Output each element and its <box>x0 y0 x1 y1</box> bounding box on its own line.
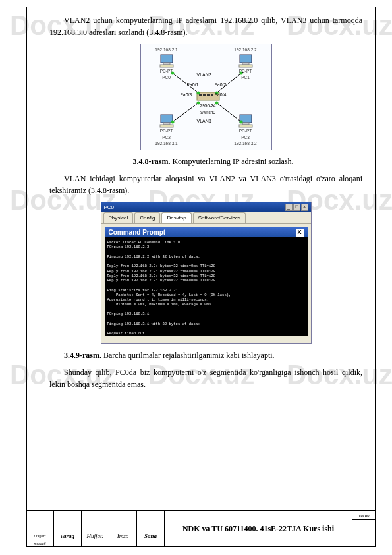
tb-varaq-label: varaq <box>352 511 376 520</box>
figure-caption-2: 3.4.9-rasm. Barcha qurilmalar rejalashti… <box>49 349 362 361</box>
document-body: VLAN2 uchun kompyuterlarning IP adreslar… <box>49 15 362 395</box>
svg-line-26 <box>215 102 243 123</box>
links <box>141 44 273 151</box>
paragraph-3: Shunday qilib, PC0da biz kompyuterni o'z… <box>49 366 362 390</box>
tb-cell <box>109 511 137 531</box>
terminal-output[interactable]: Packet Tracer PC Command Line 1.0 PC>pin… <box>105 237 308 336</box>
port-fa03: Fa0/3 <box>181 92 192 99</box>
vlan3-label: VLAN3 <box>197 118 211 125</box>
svg-point-18 <box>171 72 174 75</box>
tb-lbl-muddati: muddati <box>26 540 54 547</box>
tb-cell <box>54 540 82 547</box>
close-button[interactable]: × <box>301 204 308 211</box>
figure-caption-1: 3.4.8-rasm. Kompyuterlarning IP adresini… <box>49 156 362 167</box>
tb-lbl-imzo: Imzo <box>109 531 137 540</box>
svg-point-21 <box>239 72 242 75</box>
network-diagram: 192.168.2.1 PC-PT PC0 192.168.2.2 PC-PT … <box>140 44 272 150</box>
tab-software[interactable]: Software/Services <box>193 212 246 223</box>
tb-cell <box>82 540 109 547</box>
vlan2-label: VLAN2 <box>197 72 211 79</box>
svg-point-27 <box>239 121 242 124</box>
tab-bar: Physical Config Desktop Software/Service… <box>101 212 311 224</box>
tb-cell <box>109 540 137 547</box>
port-fa01: Fa0/1 <box>187 82 199 89</box>
tb-lbl-hujjat: Hujjat: <box>82 531 109 540</box>
titlebar-label: PC0 <box>104 204 115 212</box>
tab-physical[interactable]: Physical <box>103 212 134 223</box>
tab-desktop[interactable]: Desktop <box>161 212 191 223</box>
tb-cell <box>82 511 109 531</box>
prompt-header: Command Prompt X <box>105 227 308 237</box>
tb-cell <box>137 540 165 547</box>
port-fa04: Fa0/4 <box>215 92 227 99</box>
paragraph-1: VLAN2 uchun kompyuterlarning IP adreslar… <box>49 15 362 38</box>
prompt-title: Command Prompt <box>109 227 166 237</box>
paragraph-2: VLAN ichidagi kompyuterlar aloqasini va … <box>49 173 362 196</box>
tb-lbl-ozgart: O'zgart <box>26 531 54 540</box>
svg-point-19 <box>196 92 200 95</box>
tb-cell <box>26 511 54 531</box>
drawing-title: NDK va TU 60711400. 41sE-22TJA Kurs ishi <box>165 511 352 547</box>
tb-page-number <box>352 520 376 546</box>
title-block: O'zgart varaq Hujjat: Imzo Sana muddati … <box>26 510 376 547</box>
tab-config[interactable]: Config <box>134 212 160 223</box>
tb-cell <box>137 511 165 531</box>
svg-point-24 <box>171 121 174 124</box>
window-titlebar[interactable]: PC0 _ □ × <box>101 202 311 212</box>
tb-lbl-varaq: varaq <box>54 531 82 540</box>
svg-line-23 <box>171 102 200 123</box>
tb-cell <box>54 511 82 531</box>
maximize-button[interactable]: □ <box>293 204 300 211</box>
port-fa02: Fa0/2 <box>215 82 227 89</box>
tb-lbl-sana: Sana <box>137 531 165 540</box>
command-prompt-window: PC0 _ □ × Physical Config Desktop Softwa… <box>101 202 312 344</box>
prompt-close-icon[interactable]: X <box>296 229 304 237</box>
svg-point-25 <box>196 102 200 105</box>
minimize-button[interactable]: _ <box>285 204 293 211</box>
svg-point-28 <box>215 102 218 105</box>
